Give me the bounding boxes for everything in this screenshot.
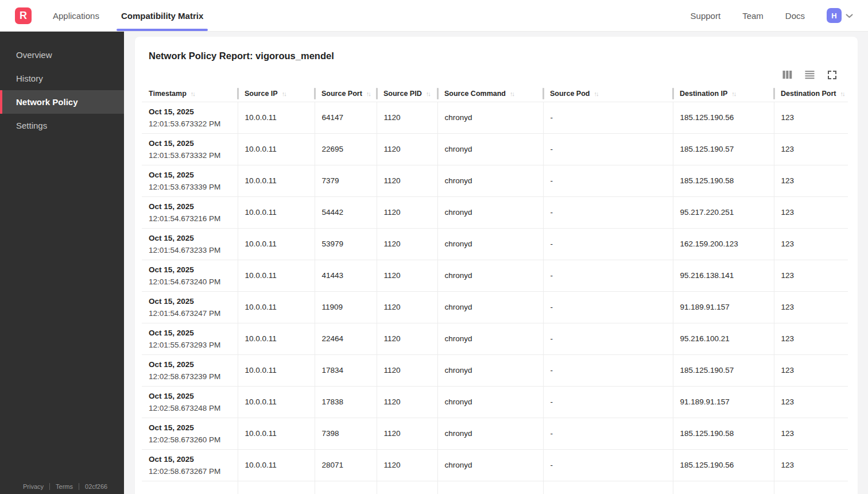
table-row[interactable]: Oct 15, 2025 12:02:58.673267 PM 10.0.0.1… xyxy=(142,449,848,481)
top-nav-left: R Applications Compatibility Matrix xyxy=(15,0,224,31)
source-pid-cell: 1120 xyxy=(377,386,437,418)
page-title: Network Policy Report: vigorous_mendel xyxy=(149,51,844,61)
column-header-source-pod[interactable]: Source Pod↑↓ xyxy=(543,86,673,102)
table-row[interactable]: Oct 15, 2025 12:01:54.673233 PM 10.0.0.1… xyxy=(142,228,848,260)
top-nav-right: Support Team Docs H xyxy=(691,8,853,23)
source-ip-cell: 10.0.0.11 xyxy=(238,449,315,481)
column-resize-handle[interactable] xyxy=(437,88,439,99)
source-command-cell: chronyd xyxy=(437,133,543,165)
table-row[interactable]: Oct 15, 2025 xyxy=(142,481,848,494)
source-command-cell: chronyd xyxy=(437,323,543,354)
source-pod-cell: - xyxy=(543,133,673,165)
column-header-timestamp[interactable]: Timestamp↑↓ xyxy=(142,86,238,102)
sort-icon[interactable]: ↑↓ xyxy=(510,90,514,97)
support-link[interactable]: Support xyxy=(691,11,721,21)
avatar[interactable]: H xyxy=(827,8,842,23)
column-label: Source Command xyxy=(444,90,506,98)
column-header-destination-ip[interactable]: Destination IP↑↓ xyxy=(673,86,774,102)
timestamp-cell: Oct 15, 2025 12:01:54.673247 PM xyxy=(142,291,238,323)
row-density-icon[interactable] xyxy=(804,70,815,80)
sort-icon[interactable]: ↑↓ xyxy=(731,90,735,97)
source-port-cell: 17838 xyxy=(315,386,377,418)
table-row[interactable]: Oct 15, 2025 12:01:53.673322 PM 10.0.0.1… xyxy=(142,102,848,133)
sort-icon[interactable]: ↑↓ xyxy=(840,90,844,97)
card-header: Network Policy Report: vigorous_mendel xyxy=(135,37,858,80)
sort-icon[interactable]: ↑↓ xyxy=(282,90,286,97)
source-pid-cell: 1120 xyxy=(377,418,437,449)
table-row[interactable]: Oct 15, 2025 12:01:55.673293 PM 10.0.0.1… xyxy=(142,323,848,354)
column-header-source-port[interactable]: Source Port↑↓ xyxy=(315,86,377,102)
timestamp-cell: Oct 15, 2025 12:01:54.673216 PM xyxy=(142,196,238,228)
source-pid-cell: 1120 xyxy=(377,102,437,133)
sidebar-item-history[interactable]: History xyxy=(0,67,124,90)
table-row[interactable]: Oct 15, 2025 12:01:53.673339 PM 10.0.0.1… xyxy=(142,165,848,196)
source-port-cell: 17834 xyxy=(315,354,377,386)
table-row[interactable]: Oct 15, 2025 12:02:58.673260 PM 10.0.0.1… xyxy=(142,418,848,449)
table-row[interactable]: Oct 15, 2025 12:01:54.673240 PM 10.0.0.1… xyxy=(142,260,848,291)
column-header-destination-port[interactable]: Destination Port↑↓ xyxy=(774,86,848,102)
column-resize-handle[interactable] xyxy=(542,88,544,99)
source-pid-cell: 1120 xyxy=(377,354,437,386)
column-label: Source IP xyxy=(245,90,278,98)
source-port-cell xyxy=(315,481,377,494)
sort-icon[interactable]: ↑↓ xyxy=(594,90,598,97)
table-row[interactable]: Oct 15, 2025 12:01:54.673216 PM 10.0.0.1… xyxy=(142,196,848,228)
sidebar-item-settings[interactable]: Settings xyxy=(0,114,124,137)
tab-compatibility-matrix[interactable]: Compatibility Matrix xyxy=(120,0,204,31)
source-pid-cell: 1120 xyxy=(377,196,437,228)
docs-link[interactable]: Docs xyxy=(785,11,805,21)
sort-icon[interactable]: ↑↓ xyxy=(426,90,430,97)
source-port-cell: 28071 xyxy=(315,449,377,481)
sidebar-item-network-policy[interactable]: Network Policy xyxy=(0,90,124,114)
column-header-source-command[interactable]: Source Command↑↓ xyxy=(437,86,543,102)
destination-ip-cell: 162.159.200.123 xyxy=(673,228,774,260)
footer-divider xyxy=(49,483,50,490)
source-ip-cell: 10.0.0.11 xyxy=(238,291,315,323)
user-menu[interactable]: H xyxy=(827,8,853,23)
source-port-cell: 54442 xyxy=(315,196,377,228)
source-port-cell: 11909 xyxy=(315,291,377,323)
column-resize-handle[interactable] xyxy=(376,88,378,99)
source-pid-cell: 1120 xyxy=(377,133,437,165)
table-header-row: Timestamp↑↓Source IP↑↓Source Port↑↓Sourc… xyxy=(142,86,848,102)
columns-view-icon[interactable] xyxy=(782,70,792,80)
source-ip-cell: 10.0.0.11 xyxy=(238,386,315,418)
team-link[interactable]: Team xyxy=(742,11,764,21)
column-label: Source Port xyxy=(321,90,362,98)
destination-port-cell: 123 xyxy=(774,323,848,354)
tab-applications[interactable]: Applications xyxy=(52,0,100,31)
destination-ip-cell: 91.189.91.157 xyxy=(673,386,774,418)
build-version: 02cf266 xyxy=(85,483,107,490)
table-row[interactable]: Oct 15, 2025 12:01:53.673332 PM 10.0.0.1… xyxy=(142,133,848,165)
sidebar-item-overview[interactable]: Overview xyxy=(0,43,124,67)
timestamp-cell: Oct 15, 2025 12:02:58.673260 PM xyxy=(142,418,238,449)
column-resize-handle[interactable] xyxy=(314,88,316,99)
fullscreen-icon[interactable] xyxy=(827,70,837,80)
source-pid-cell: 1120 xyxy=(377,165,437,196)
column-header-source-pid[interactable]: Source PID↑↓ xyxy=(377,86,437,102)
source-pid-cell: 1120 xyxy=(377,228,437,260)
destination-port-cell: 123 xyxy=(774,354,848,386)
table-body: Oct 15, 2025 12:01:53.673322 PM 10.0.0.1… xyxy=(142,102,848,494)
privacy-link[interactable]: Privacy xyxy=(23,483,44,490)
table-wrap: Timestamp↑↓Source IP↑↓Source Port↑↓Sourc… xyxy=(135,86,858,494)
column-header-source-ip[interactable]: Source IP↑↓ xyxy=(238,86,315,102)
column-resize-handle[interactable] xyxy=(672,88,674,99)
table-row[interactable]: Oct 15, 2025 12:01:54.673247 PM 10.0.0.1… xyxy=(142,291,848,323)
app-logo[interactable]: R xyxy=(15,7,32,24)
source-pod-cell: - xyxy=(543,196,673,228)
sort-icon[interactable]: ↑↓ xyxy=(366,90,370,97)
table-row[interactable]: Oct 15, 2025 12:02:58.673248 PM 10.0.0.1… xyxy=(142,386,848,418)
destination-port-cell: 123 xyxy=(774,418,848,449)
source-pid-cell: 1120 xyxy=(377,260,437,291)
column-resize-handle[interactable] xyxy=(237,88,239,99)
source-port-cell: 7379 xyxy=(315,165,377,196)
table-row[interactable]: Oct 15, 2025 12:02:58.673239 PM 10.0.0.1… xyxy=(142,354,848,386)
terms-link[interactable]: Terms xyxy=(56,483,73,490)
source-ip-cell xyxy=(238,481,315,494)
chevron-down-icon[interactable] xyxy=(846,10,853,21)
source-command-cell: chronyd xyxy=(437,291,543,323)
sort-icon[interactable]: ↑↓ xyxy=(191,90,195,97)
source-command-cell: chronyd xyxy=(437,165,543,196)
column-resize-handle[interactable] xyxy=(773,88,775,99)
